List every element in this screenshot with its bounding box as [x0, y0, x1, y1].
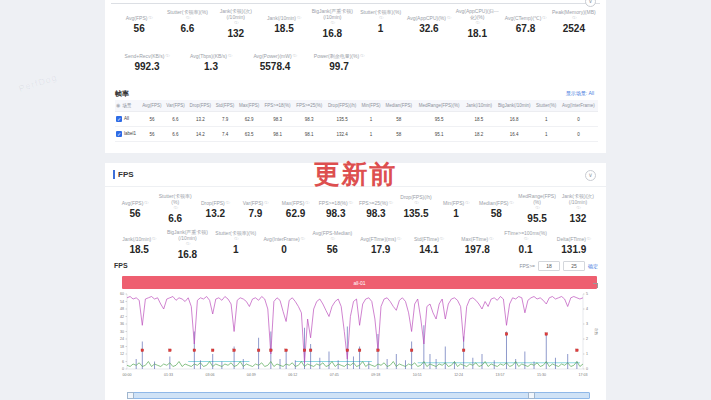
- svg-text:03:06: 03:06: [205, 373, 214, 377]
- metric-label: Avg(Tbps)(KB/s)ⓘ: [181, 46, 241, 59]
- metric-value: 95.5: [518, 213, 556, 224]
- metric: Jank(/10min)ⓘ 18.5: [115, 229, 163, 260]
- chart-title: FPS: [114, 262, 128, 269]
- metric-label: Avg(FPS)ⓘ: [117, 8, 161, 21]
- svg-text:1: 1: [586, 352, 588, 356]
- table-header-cell: FPS>=25(%): [293, 100, 325, 112]
- table-cell: 18.2: [463, 127, 495, 142]
- svg-text:0: 0: [586, 367, 588, 371]
- table-header-cell: Min(FPS): [359, 100, 383, 112]
- metric-value: 58: [478, 208, 514, 219]
- info-icon: ⓘ: [152, 236, 156, 242]
- svg-text:00:00: 00:00: [123, 373, 132, 377]
- metric-value: 16.8: [165, 249, 209, 260]
- svg-text:6: 6: [122, 360, 124, 364]
- svg-text:10:51: 10:51: [413, 373, 422, 377]
- scene-filter-link[interactable]: 显示场景: All: [566, 90, 594, 96]
- chart-navigator-scrollbar[interactable]: [127, 392, 590, 399]
- metric-label: BigJank(严重卡顿)(/10min)ⓘ: [165, 229, 209, 247]
- metric: Power(剩余电量)(%)ⓘ 99.7: [307, 46, 371, 72]
- metric-value: 0.1: [503, 244, 547, 255]
- metric-value: 1: [214, 244, 258, 255]
- metric: FPS>=18(%)ⓘ 98.3: [316, 193, 356, 224]
- navigator-handle-right[interactable]: [528, 392, 535, 399]
- table-cell: 135.5: [325, 112, 359, 127]
- info-icon: ⓘ: [447, 15, 451, 21]
- visibility-icon: ◉: [116, 102, 120, 108]
- svg-text:15:30: 15:30: [537, 373, 546, 377]
- table-cell: 0: [559, 127, 598, 142]
- metric-value: 2524: [552, 23, 596, 34]
- metric-label: Jank(卡顿)(次)(/10min)ⓘ: [560, 193, 596, 211]
- svg-text:0: 0: [122, 367, 124, 371]
- metric-label: Avg(FTime)(ms)ⓘ: [358, 229, 402, 242]
- table-cell: 13.2: [187, 112, 214, 127]
- svg-text:04:39: 04:39: [247, 373, 256, 377]
- metric: Stutter(卡顿率)(%)ⓘ 1: [212, 229, 260, 260]
- row-checkbox[interactable]: ✓: [116, 116, 122, 122]
- svg-text:48: 48: [120, 307, 124, 311]
- metric-value: 132: [214, 28, 258, 39]
- svg-text:12:24: 12:24: [454, 373, 463, 377]
- metric: Avg(Power)(mW)ⓘ 5578.4: [243, 46, 307, 72]
- info-icon: ⓘ: [440, 236, 444, 242]
- metric-value: 992.3: [117, 61, 177, 72]
- metric-value: 131.9: [552, 244, 596, 255]
- table-header-cell: Median(FPS): [383, 100, 415, 112]
- table-header-cell: Avg(InterFrame): [559, 100, 598, 112]
- metric-value: 16.8: [310, 28, 354, 39]
- metric: Avg(FPS-Median)ⓘ 56: [308, 229, 356, 260]
- metric-label: FPS>=18(%)ⓘ: [318, 193, 354, 206]
- metric-label: Avg(FPS)ⓘ: [117, 193, 153, 206]
- table-cell: 1: [534, 127, 559, 142]
- summary-card: ∨ Avg(FPS)ⓘ 56 Stutter(卡顿率)(%)ⓘ 6.6 Jank…: [105, 0, 606, 153]
- metric-label: Stutter(卡顿率)(%)ⓘ: [165, 8, 209, 21]
- table-header-cell: Stutter(%): [534, 100, 559, 112]
- confirm-link[interactable]: 确定: [588, 263, 598, 269]
- metric-label: Send+Recv(KB/s)ⓘ: [117, 46, 177, 59]
- metric-value: 1.3: [181, 61, 241, 72]
- metric: Min(FPS)ⓘ 1: [436, 193, 476, 224]
- metric: Avg(FPS)ⓘ 56: [115, 193, 155, 224]
- metric: FTime>=100ms(%)ⓘ 0.1: [501, 229, 549, 260]
- metric-label: Stutter(卡顿率)(%)ⓘ: [214, 229, 258, 242]
- table-cell: 95.5: [415, 112, 463, 127]
- fps-threshold-input-2[interactable]: [563, 261, 585, 271]
- metric-value: 99.7: [309, 61, 369, 72]
- info-icon: ⓘ: [186, 15, 190, 21]
- metric-value: 56: [117, 23, 161, 34]
- fps-threshold-input-1[interactable]: [538, 261, 560, 271]
- fps-chart: 06121824303642485460012345次数00:0001:3303…: [111, 291, 600, 387]
- metric: Median(FPS)ⓘ 58: [476, 193, 516, 224]
- scene-banner[interactable]: all-01: [122, 276, 597, 289]
- metric-label: Var(FPS)ⓘ: [237, 193, 273, 206]
- fps-metrics-row2: Jank(/10min)ⓘ 18.5 BigJank(严重卡顿)(/10min)…: [115, 229, 598, 260]
- collapse-button[interactable]: ∨: [585, 170, 596, 181]
- navigator-handle-left[interactable]: [127, 392, 134, 399]
- watermark-text: PerfDog: [17, 72, 58, 94]
- svg-text:07:45: 07:45: [330, 373, 339, 377]
- metric: Var(FPS)ⓘ 7.9: [235, 193, 275, 224]
- table-header-cell: Jank(/10min): [463, 100, 495, 112]
- metric-label: Std(FTime)ⓘ: [407, 229, 451, 242]
- info-icon: ⓘ: [360, 53, 364, 59]
- metric-label: Min(FPS)ⓘ: [438, 193, 474, 206]
- table-header-cell: Var(FPS): [164, 100, 187, 112]
- table-header-cell: Drop(FPS)(/h): [325, 100, 359, 112]
- fps-ge-label: FPS>=: [519, 263, 535, 269]
- table-header-cell: Avg(FPS): [140, 100, 164, 112]
- collapse-button[interactable]: ∨: [585, 0, 596, 7]
- svg-text:12: 12: [120, 352, 124, 356]
- table-cell: 98.3: [262, 112, 294, 127]
- metric: Avg(AppCPU)(%)ⓘ 32.6: [405, 8, 453, 39]
- scene-cell: ✓label1: [115, 127, 140, 142]
- metric-label: Drop(FPS)ⓘ: [197, 193, 233, 206]
- info-icon: ⓘ: [542, 15, 546, 21]
- fullscreen-icon[interactable]: [593, 283, 598, 288]
- info-icon: ⓘ: [234, 20, 238, 26]
- metric-label: Avg(AppCPU)(%)ⓘ: [407, 8, 451, 21]
- row-checkbox[interactable]: ✓: [116, 131, 122, 137]
- svg-text:18: 18: [120, 345, 124, 349]
- svg-text:60: 60: [120, 292, 124, 296]
- table-cell: 63.5: [237, 127, 262, 142]
